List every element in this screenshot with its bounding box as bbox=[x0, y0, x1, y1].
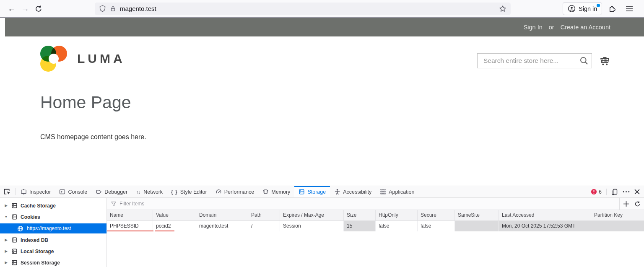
sign-in-link[interactable]: Sign In bbox=[524, 24, 543, 31]
tab-console[interactable]: Console bbox=[55, 186, 91, 197]
tab-inspector[interactable]: Inspector bbox=[16, 186, 55, 197]
expand-caret-icon[interactable]: ▶ bbox=[4, 249, 8, 253]
tab-label: Style Editor bbox=[180, 189, 207, 195]
column-header-domain[interactable]: Domain bbox=[196, 210, 248, 220]
sidebar-item-indexed-db[interactable]: ▶ Indexed DB bbox=[0, 234, 106, 246]
column-header-samesite[interactable]: SameSite bbox=[455, 210, 499, 220]
bookmark-star-icon[interactable] bbox=[499, 5, 506, 13]
create-account-link[interactable]: Create an Account bbox=[561, 24, 610, 31]
column-header-secure[interactable]: Secure bbox=[418, 210, 455, 220]
tab-style-editor[interactable]: { } Style Editor bbox=[167, 186, 211, 197]
style-editor-icon: { } bbox=[171, 189, 178, 195]
extensions-button[interactable] bbox=[605, 3, 618, 15]
tab-performance[interactable]: Performance bbox=[211, 186, 259, 197]
cell-secure[interactable]: false bbox=[418, 221, 455, 231]
cell-partition-key[interactable] bbox=[591, 221, 644, 231]
sidebar-item-session-storage[interactable]: ▶ Session Storage bbox=[0, 257, 106, 267]
cell-domain[interactable]: magento.test bbox=[196, 221, 248, 231]
search-input[interactable] bbox=[477, 53, 592, 68]
lock-icon[interactable] bbox=[110, 5, 116, 12]
tab-application[interactable]: Application bbox=[376, 186, 418, 197]
sidebar-item-magento-test[interactable]: https://magento.test bbox=[0, 223, 106, 233]
devtools-menu-button[interactable] bbox=[623, 191, 630, 193]
url-input[interactable] bbox=[120, 5, 495, 12]
expand-caret-icon[interactable]: ▶ bbox=[4, 261, 8, 264]
error-count: 6 bbox=[599, 189, 602, 195]
inspector-icon bbox=[21, 189, 27, 195]
store-search bbox=[477, 53, 592, 68]
sidebar-item-cache-storage[interactable]: ▶ Cache Storage bbox=[0, 200, 106, 211]
accessibility-icon bbox=[334, 189, 340, 195]
store-panel-bar: Sign In or Create an Account bbox=[5, 18, 644, 36]
sidebar-item-label: Session Storage bbox=[21, 260, 60, 266]
luma-logo[interactable]: LUMA bbox=[40, 46, 125, 72]
add-item-button[interactable] bbox=[623, 201, 629, 207]
column-header-name[interactable]: Name bbox=[107, 210, 153, 220]
cell-name[interactable]: PHPSESSID bbox=[107, 221, 153, 231]
url-bar[interactable] bbox=[95, 3, 511, 15]
menu-button[interactable] bbox=[623, 3, 636, 15]
expand-caret-icon[interactable]: ▶ bbox=[4, 204, 8, 207]
tab-accessibility[interactable]: Accessibility bbox=[330, 186, 376, 197]
plus-icon bbox=[623, 201, 629, 207]
search-icon[interactable] bbox=[579, 56, 589, 65]
cookie-row[interactable]: PHPSESSID pocid2 magento.test / Session … bbox=[107, 221, 644, 231]
luma-logo-text: LUMA bbox=[77, 52, 125, 66]
sidebar-item-local-storage[interactable]: ▶ Local Storage bbox=[0, 246, 106, 257]
refresh-items-button[interactable] bbox=[634, 201, 641, 207]
column-header-expires[interactable]: Expires / Max-Age bbox=[280, 210, 344, 220]
cell-httponly[interactable]: false bbox=[376, 221, 418, 231]
pick-element-button[interactable] bbox=[0, 186, 14, 197]
cart-button[interactable] bbox=[599, 55, 610, 66]
hamburger-icon bbox=[626, 6, 633, 12]
cell-last-accessed[interactable]: Mon, 20 Oct 2025 17:52:53 GMT bbox=[499, 221, 591, 231]
screen: ← → Sign in bbox=[0, 0, 644, 267]
filter-items-input[interactable] bbox=[119, 201, 619, 207]
column-header-size[interactable]: Size bbox=[344, 210, 376, 220]
forward-button[interactable]: → bbox=[18, 2, 32, 16]
column-header-httponly[interactable]: HttpOnly bbox=[376, 210, 418, 220]
tab-label: Memory bbox=[271, 189, 290, 195]
column-header-value[interactable]: Value bbox=[153, 210, 196, 220]
application-icon bbox=[380, 189, 386, 195]
responsive-mode-button[interactable] bbox=[611, 189, 618, 195]
error-badge[interactable]: 6 bbox=[591, 189, 602, 195]
toolbar-separator bbox=[15, 188, 16, 195]
performance-icon bbox=[216, 189, 222, 195]
firefox-signin-button[interactable]: Sign in bbox=[563, 2, 602, 15]
browser-toolbar: ← → Sign in bbox=[0, 0, 644, 18]
cell-size[interactable]: 15 bbox=[344, 221, 376, 231]
sidebar-item-cookies[interactable]: ▼ Cookies bbox=[0, 211, 106, 223]
expand-caret-icon[interactable]: ▶ bbox=[4, 238, 8, 242]
column-header-path[interactable]: Path bbox=[248, 210, 280, 220]
cell-expires[interactable]: Session bbox=[280, 221, 344, 231]
column-header-partition-key[interactable]: Partition Key bbox=[591, 210, 644, 220]
shield-icon[interactable] bbox=[99, 5, 106, 12]
memory-icon bbox=[262, 189, 269, 195]
luma-logo-icon bbox=[40, 46, 67, 72]
collapse-caret-icon[interactable]: ▼ bbox=[4, 215, 8, 219]
page-title: Home Page bbox=[40, 93, 610, 112]
sidebar-item-label: Local Storage bbox=[21, 249, 54, 254]
responsive-mode-icon bbox=[611, 189, 618, 195]
cell-path[interactable]: / bbox=[248, 221, 280, 231]
tab-network[interactable]: ↑↓ Network bbox=[132, 186, 167, 197]
reload-button[interactable] bbox=[32, 2, 45, 16]
close-devtools-button[interactable] bbox=[634, 189, 640, 194]
annotation-underline bbox=[107, 231, 153, 231]
devtools-toolbar: Inspector Console Debugger ↑↓ Network { … bbox=[0, 186, 644, 198]
tab-debugger[interactable]: Debugger bbox=[91, 186, 132, 197]
globe-icon bbox=[17, 226, 23, 232]
column-header-last-accessed[interactable]: Last Accessed bbox=[499, 210, 591, 220]
storage-drawer-icon bbox=[11, 214, 18, 220]
tab-storage[interactable]: Storage bbox=[294, 186, 330, 197]
pick-element-icon bbox=[4, 188, 11, 195]
cell-value[interactable]: pocid2 bbox=[153, 221, 196, 231]
back-button[interactable]: ← bbox=[5, 2, 18, 16]
devtools-panel: Inspector Console Debugger ↑↓ Network { … bbox=[0, 186, 644, 267]
refresh-icon bbox=[634, 201, 641, 207]
or-text: or bbox=[549, 24, 554, 31]
cell-samesite[interactable] bbox=[455, 221, 499, 231]
tab-label: Application bbox=[389, 189, 414, 195]
tab-memory[interactable]: Memory bbox=[258, 186, 294, 197]
